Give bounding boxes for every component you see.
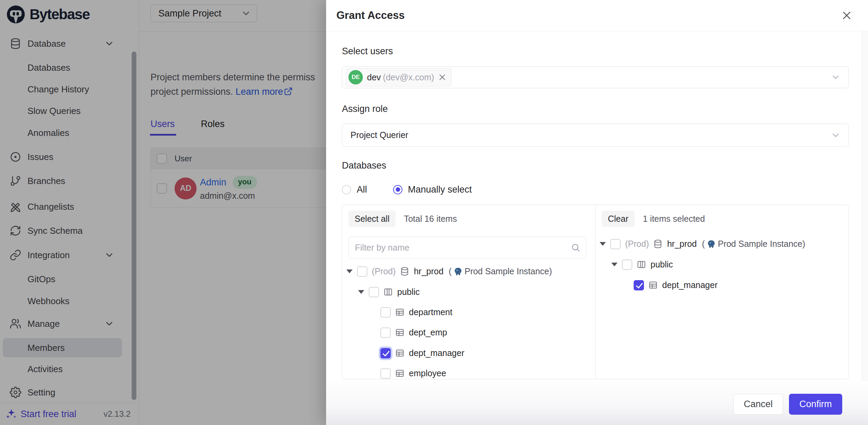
grant-access-modal: Grant Access Select users DE dev (dev@x.…: [326, 0, 868, 425]
table-icon: [395, 328, 404, 337]
schema-icon: [637, 260, 646, 269]
tree-checkbox[interactable]: [357, 266, 367, 277]
total-count: Total 16 items: [404, 214, 457, 224]
caret-down-icon[interactable]: [358, 290, 364, 294]
caret-down-icon[interactable]: [346, 269, 353, 273]
source-panel: Select all Total 16 items (Prod) hr_prod…: [342, 205, 596, 379]
tree-checkbox[interactable]: [380, 328, 391, 338]
tree-row-schema[interactable]: public: [611, 254, 673, 275]
modal-footer: Cancel Confirm: [326, 379, 868, 425]
select-all-button[interactable]: Select all: [348, 211, 396, 227]
database-icon: [653, 239, 663, 249]
tree-checkbox[interactable]: [380, 368, 391, 379]
tree-row-database[interactable]: (Prod) hr_prod ( Prod Sample Instance): [600, 234, 805, 254]
tree-checkbox[interactable]: [369, 287, 379, 297]
modal-header: Grant Access: [326, 0, 868, 31]
table-icon: [395, 369, 404, 378]
clear-button[interactable]: Clear: [602, 211, 635, 227]
tree-row-table[interactable]: employee: [370, 363, 446, 379]
confirm-button[interactable]: Confirm: [789, 394, 842, 415]
selected-panel: Clear 1 items selected (Prod) hr_prod ( …: [596, 205, 848, 379]
radio-all[interactable]: [342, 185, 351, 194]
cancel-button[interactable]: Cancel: [733, 394, 783, 415]
tree-row-table-checked[interactable]: dept_manager: [623, 275, 717, 295]
selected-count: 1 items selected: [643, 214, 705, 224]
role-select[interactable]: Project Querier: [342, 124, 849, 147]
caret-down-icon[interactable]: [600, 242, 606, 246]
database-transfer: Select all Total 16 items (Prod) hr_prod…: [342, 205, 849, 379]
schema-icon: [383, 287, 393, 297]
close-icon[interactable]: [841, 9, 853, 22]
postgresql-icon: [454, 267, 463, 276]
chevron-down-icon: [831, 130, 841, 140]
tree-row-database[interactable]: (Prod) hr_prod ( Prod Sample Instance): [346, 261, 552, 282]
tree-checkbox[interactable]: [380, 307, 391, 318]
modal-scrollbar[interactable]: [862, 31, 868, 381]
caret-down-icon[interactable]: [611, 263, 617, 266]
databases-label: Databases: [342, 160, 386, 171]
select-users-input[interactable]: DE dev (dev@x.com): [342, 66, 849, 88]
tree-checkbox[interactable]: [610, 239, 621, 249]
filter-field[interactable]: [348, 237, 586, 259]
tree-checkbox[interactable]: [622, 260, 632, 270]
table-icon: [395, 308, 404, 317]
tree-checkbox-checked[interactable]: [634, 280, 644, 290]
select-users-label: Select users: [342, 46, 393, 57]
tree-row-table[interactable]: dept_emp: [370, 322, 447, 343]
chevron-down-icon: [831, 72, 841, 82]
radio-manually-select[interactable]: [393, 185, 402, 194]
avatar: DE: [348, 70, 363, 84]
database-icon: [400, 267, 409, 276]
tree-row-table-checked[interactable]: dept_manager: [370, 343, 464, 363]
remove-chip-icon[interactable]: [438, 73, 446, 81]
filter-input[interactable]: [355, 243, 571, 253]
modal-title: Grant Access: [336, 9, 405, 22]
database-scope-radios: All Manually select: [342, 181, 472, 198]
tree-row-table[interactable]: department: [370, 302, 452, 322]
assign-role-label: Assign role: [342, 104, 388, 114]
postgresql-icon: [707, 240, 716, 249]
search-icon: [571, 243, 580, 252]
table-icon: [648, 280, 658, 290]
tree-checkbox-checked[interactable]: [380, 348, 391, 358]
table-icon: [395, 348, 404, 358]
user-chip: DE dev (dev@x.com): [346, 68, 452, 87]
tree-row-schema[interactable]: public: [358, 282, 420, 302]
